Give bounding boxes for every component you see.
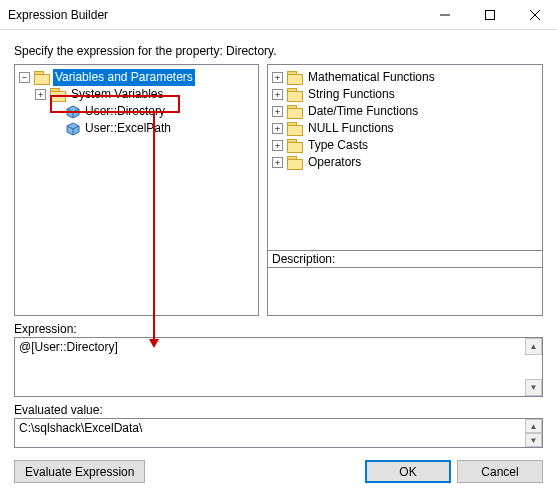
func-node[interactable]: +String Functions (272, 86, 538, 103)
scroll-up-button[interactable]: ▲ (525, 338, 542, 355)
func-label[interactable]: String Functions (306, 86, 397, 103)
func-label[interactable]: Mathematical Functions (306, 69, 437, 86)
func-node[interactable]: +Date/Time Functions (272, 103, 538, 120)
expand-icon[interactable]: + (272, 72, 283, 83)
window-title: Expression Builder (8, 8, 422, 22)
evaluated-label: Evaluated value: (14, 403, 543, 417)
func-node[interactable]: +Type Casts (272, 137, 538, 154)
maximize-button[interactable] (467, 0, 512, 29)
func-label[interactable]: NULL Functions (306, 120, 396, 137)
svg-rect-1 (485, 10, 494, 19)
folder-open-icon (34, 71, 50, 84)
scroll-down-button[interactable]: ▼ (525, 433, 542, 447)
description-label: Description: (268, 251, 542, 267)
func-label[interactable]: Operators (306, 154, 363, 171)
variable-icon (66, 122, 80, 136)
tree-label-user-directory[interactable]: User::Directory (83, 103, 167, 120)
instruction-text: Specify the expression for the property:… (14, 44, 543, 58)
folder-icon (287, 105, 303, 118)
tree-node-user-directory[interactable]: User::Directory (19, 103, 254, 120)
expand-icon[interactable]: + (272, 106, 283, 117)
title-bar: Expression Builder (0, 0, 557, 30)
expression-input[interactable]: @[User::Directory] (14, 337, 543, 397)
tree-label-user-excelpath[interactable]: User::ExcelPath (83, 120, 173, 137)
expand-icon[interactable]: + (272, 157, 283, 168)
folder-icon (287, 156, 303, 169)
expression-label: Expression: (14, 322, 543, 336)
func-label[interactable]: Type Casts (306, 137, 370, 154)
cancel-button[interactable]: Cancel (457, 460, 543, 483)
ok-button[interactable]: OK (365, 460, 451, 483)
func-node[interactable]: +Mathematical Functions (272, 69, 538, 86)
close-button[interactable] (512, 0, 557, 29)
tree-node-root[interactable]: − Variables and Parameters (19, 69, 254, 86)
tree-label-root[interactable]: Variables and Parameters (53, 69, 195, 86)
expand-icon[interactable]: + (272, 123, 283, 134)
folder-icon (287, 139, 303, 152)
scroll-up-button[interactable]: ▲ (525, 419, 542, 433)
folder-icon (50, 88, 66, 101)
func-label[interactable]: Date/Time Functions (306, 103, 420, 120)
evaluated-input: C:\sqlshack\ExcelData\ (14, 418, 543, 448)
collapse-icon[interactable]: − (19, 72, 30, 83)
minimize-button[interactable] (422, 0, 467, 29)
tree-node-system[interactable]: + System Variables (19, 86, 254, 103)
tree-label-system[interactable]: System Variables (69, 86, 165, 103)
folder-icon (287, 71, 303, 84)
func-node[interactable]: +NULL Functions (272, 120, 538, 137)
variable-icon (66, 105, 80, 119)
folder-icon (287, 88, 303, 101)
expand-icon[interactable]: + (35, 89, 46, 100)
tree-node-user-excelpath[interactable]: User::ExcelPath (19, 120, 254, 137)
scroll-down-button[interactable]: ▼ (525, 379, 542, 396)
folder-icon (287, 122, 303, 135)
variables-tree[interactable]: − Variables and Parameters + System Vari… (14, 64, 259, 316)
expand-icon[interactable]: + (272, 89, 283, 100)
func-node[interactable]: +Operators (272, 154, 538, 171)
expand-icon[interactable]: + (272, 140, 283, 151)
description-box (268, 267, 542, 315)
evaluate-button[interactable]: Evaluate Expression (14, 460, 145, 483)
functions-tree[interactable]: +Mathematical Functions+String Functions… (267, 64, 543, 316)
